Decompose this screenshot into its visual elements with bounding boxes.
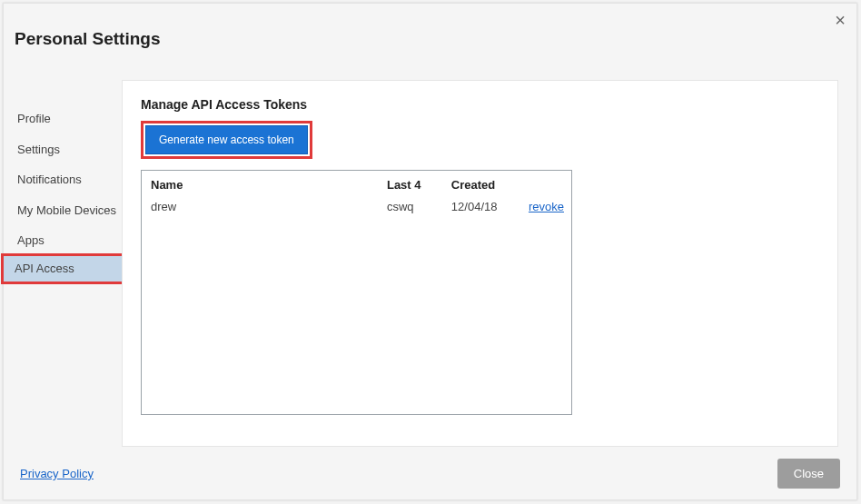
sidebar-item-my-mobile-devices[interactable]: My Mobile Devices — [4, 195, 122, 226]
col-header-created: Created — [442, 171, 520, 197]
token-table: Name Last 4 Created drew cswq 12/04/18 r… — [142, 171, 571, 219]
sidebar-item-settings[interactable]: Settings — [4, 134, 122, 165]
personal-settings-modal: × Personal Settings Profile Settings Not… — [3, 3, 857, 500]
main-panel: Manage API Access Tokens Generate new ac… — [122, 80, 838, 447]
privacy-policy-link[interactable]: Privacy Policy — [20, 467, 94, 480]
sidebar-item-apps[interactable]: Apps — [4, 225, 122, 256]
token-name: drew — [142, 197, 378, 219]
generate-token-button[interactable]: Generate new access token — [145, 125, 308, 154]
sidebar-item-api-access[interactable]: API Access — [1, 253, 124, 284]
content-wrap: Profile Settings Notifications My Mobile… — [4, 49, 856, 447]
token-last4: cswq — [378, 197, 442, 219]
sidebar-item-notifications[interactable]: Notifications — [4, 164, 122, 195]
table-row: drew cswq 12/04/18 revoke — [142, 197, 571, 219]
col-header-last4: Last 4 — [378, 171, 442, 197]
col-header-name: Name — [142, 171, 378, 197]
panel-title: Manage API Access Tokens — [141, 97, 819, 112]
page-title: Personal Settings — [4, 4, 856, 49]
close-button[interactable]: Close — [777, 459, 840, 489]
col-header-action — [520, 171, 571, 197]
revoke-link[interactable]: revoke — [529, 200, 564, 213]
close-icon[interactable]: × — [835, 11, 846, 29]
generate-token-highlight: Generate new access token — [141, 121, 312, 159]
token-created: 12/04/18 — [442, 197, 520, 219]
sidebar: Profile Settings Notifications My Mobile… — [4, 49, 122, 282]
sidebar-item-profile[interactable]: Profile — [4, 104, 122, 134]
modal-footer: Privacy Policy Close — [4, 459, 856, 489]
token-table-container: Name Last 4 Created drew cswq 12/04/18 r… — [141, 170, 572, 415]
